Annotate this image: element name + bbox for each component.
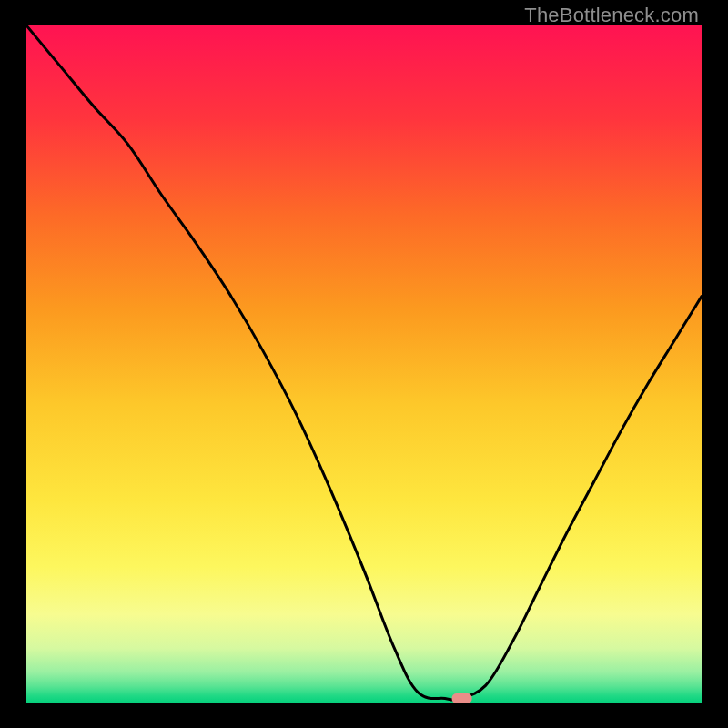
gradient-background bbox=[26, 25, 702, 703]
optimal-point-marker bbox=[452, 693, 472, 703]
watermark-text: TheBottleneck.com bbox=[524, 4, 699, 27]
chart-svg bbox=[26, 25, 702, 703]
chart-frame: TheBottleneck.com bbox=[0, 0, 728, 728]
chart-plot bbox=[26, 25, 702, 703]
